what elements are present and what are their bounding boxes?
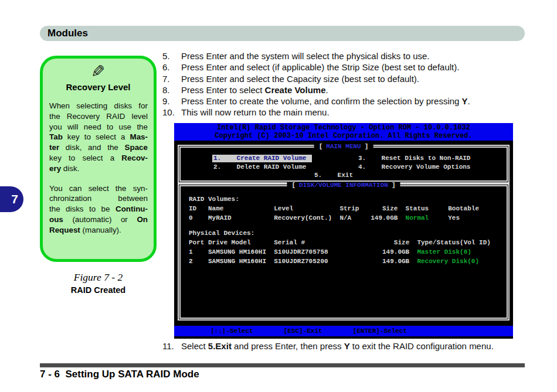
- main-menu-box: [MAIN MENU] 1. Create RAID Volume 3. Res…: [178, 145, 510, 183]
- step-item: 6.Press Enter and select (if applicable)…: [162, 62, 538, 73]
- figure-title: RAID Created: [40, 285, 157, 295]
- menu-item-recovery-volume-options: 4. Recovery Volume Options: [358, 163, 470, 171]
- step-item: 10.This will now return to the main menu…: [162, 107, 538, 118]
- bios-header-band: Intel(R) Rapid Storage Technology - Opti…: [174, 123, 513, 141]
- menu-item-exit: 5. Exit: [314, 172, 353, 179]
- main-menu-title: [MAIN MENU]: [314, 143, 373, 150]
- step-item: 8.Press Enter to select Create Volume.: [162, 84, 538, 96]
- chapter-number: 7: [11, 192, 18, 206]
- key-hint: |↑↓|-Select: [210, 328, 253, 335]
- note-paragraph: When selecting disks forthe Recovery RAI…: [49, 101, 148, 174]
- section-header-bar: Modules: [40, 26, 525, 41]
- bios-body: [MAIN MENU] 1. Create RAID Volume 3. Res…: [174, 141, 513, 326]
- step-after-figure: 11.Select 5.Exit and press Enter, then p…: [162, 340, 549, 352]
- step-item: 5.Press Enter and the system will select…: [162, 50, 538, 62]
- physical-devices-label: Physical Devices:: [189, 229, 507, 238]
- raid-volumes-rows: 0MyRAIDRecovery(Cont.)N/A149.0GBNormalYe…: [189, 213, 507, 223]
- physical-devices-header: PortDrive ModelSerial #SizeType/Status(V…: [189, 238, 507, 247]
- note-paragraphs: When selecting disks forthe Recovery RAI…: [49, 101, 148, 236]
- step-item: 7.Press Enter and select the Capacity si…: [162, 73, 538, 84]
- recovery-level-note-box: ✎ Recovery Level When selecting disks fo…: [40, 56, 157, 262]
- steps-list: 5.Press Enter and the system will select…: [162, 50, 538, 118]
- physical-device-row: 1SAMSUNG HM160HIS10UJDRZ705758149.0GBMas…: [189, 247, 507, 257]
- disk-volume-info-title: [DISK/VOLUME INFORMATION]: [287, 182, 400, 189]
- bios-screenshot: Intel(R) Rapid Storage Technology - Opti…: [174, 123, 513, 339]
- pen-icon: ✎: [43, 63, 154, 80]
- section-header-title: Modules: [47, 28, 88, 39]
- footer-page-title: 7 - 6 Setting Up SATA RAID Mode: [40, 369, 199, 380]
- manual-page: { "page": { "header": "Modules", "chapte…: [0, 0, 557, 392]
- figure-caption: Figure 7 - 2 RAID Created: [40, 271, 157, 295]
- note-paragraph: You can select the syn-chronization betw…: [49, 183, 148, 236]
- raid-volume-row: 0MyRAIDRecovery(Cont.)N/A149.0GBNormalYe…: [189, 213, 507, 223]
- step-item: 9.Press Enter to create the volume, and …: [162, 96, 538, 107]
- bios-header-line2: Copyright (C) 2003-10 Intel Corporation.…: [174, 132, 513, 141]
- bios-header-line1: Intel(R) Rapid Storage Technology - Opti…: [174, 124, 513, 132]
- figure-number: Figure 7 - 2: [40, 271, 157, 284]
- chapter-tab: 7: [0, 186, 23, 212]
- bios-status-bar: |↑↓|-Select[ESC]-Exit[ENTER]-Select: [174, 326, 513, 336]
- disk-volume-info-box: [DISK/VOLUME INFORMATION] RAID Volumes: …: [178, 183, 510, 321]
- key-hint: [ENTER]-Select: [353, 328, 407, 335]
- footer-divider-bar: [40, 363, 525, 367]
- raid-volumes-header: IDNameLevelStripSizeStatusBootable: [189, 204, 507, 213]
- physical-devices-rows: 1SAMSUNG HM160HIS10UJDRZ705758149.0GBMas…: [189, 247, 507, 266]
- raid-volumes-label: RAID Volumes:: [189, 195, 507, 204]
- physical-device-row: 2SAMSUNG HM160HIS10UJDRZ705200149.0GBRec…: [189, 257, 507, 266]
- key-hint: [ESC]-Exit: [284, 328, 322, 335]
- note-title: Recovery Level: [43, 82, 154, 92]
- menu-item-reset-disks: 3. Reset Disks to Non-RAID: [358, 155, 470, 162]
- menu-item-delete-raid-volume: 2. Delete RAID Volume: [213, 163, 306, 171]
- menu-item-create-raid-volume: 1. Create RAID Volume: [212, 155, 312, 162]
